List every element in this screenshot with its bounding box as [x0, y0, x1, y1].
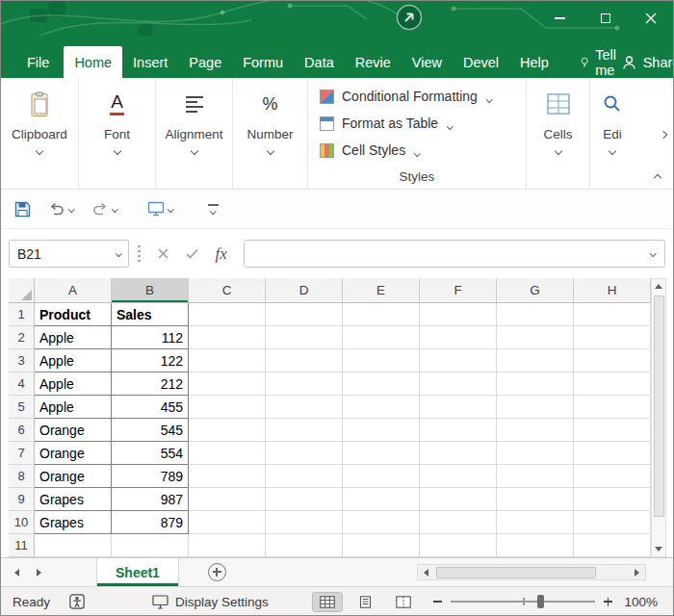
collapse-ribbon-button[interactable] [654, 174, 661, 182]
cell-E10[interactable] [343, 511, 420, 534]
row-header-1[interactable]: 1 [9, 303, 35, 326]
undo-button[interactable] [48, 201, 74, 217]
cell-C2[interactable] [189, 326, 266, 349]
cell-F9[interactable] [420, 488, 497, 511]
cell-E3[interactable] [343, 349, 420, 372]
cell-E5[interactable] [343, 396, 420, 419]
cell-C8[interactable] [189, 465, 266, 488]
cell-H1[interactable] [574, 303, 651, 326]
cell-H10[interactable] [574, 511, 651, 534]
tab-revie[interactable]: Revie [345, 46, 402, 78]
row-header-4[interactable]: 4 [9, 372, 35, 396]
cell-F3[interactable] [420, 349, 497, 372]
tab-page[interactable]: Page [178, 46, 232, 78]
cell-H5[interactable] [574, 396, 651, 419]
cell-D11[interactable] [266, 534, 343, 557]
cell-H6[interactable] [574, 419, 651, 442]
cell-G9[interactable] [497, 488, 574, 511]
normal-view-button[interactable] [313, 593, 342, 611]
cell-C3[interactable] [189, 349, 266, 372]
cell-A10[interactable]: Grapes [35, 511, 112, 534]
tab-home[interactable]: Home [64, 46, 122, 78]
cell-G1[interactable] [497, 303, 574, 326]
zoom-slider-thumb[interactable] [537, 595, 544, 608]
cell-A8[interactable]: Orange [35, 465, 112, 488]
row-header-9[interactable]: 9 [9, 488, 35, 511]
tab-file[interactable]: File [13, 46, 64, 78]
cell-G2[interactable] [497, 326, 574, 349]
scroll-up-button[interactable] [652, 279, 665, 294]
row-header-11[interactable]: 11 [9, 534, 35, 557]
cell-B8[interactable]: 789 [112, 465, 189, 488]
cell-E2[interactable] [343, 326, 420, 349]
maximize-button[interactable] [583, 1, 628, 36]
horizontal-scrollbar-track[interactable] [434, 565, 629, 579]
row-header-10[interactable]: 10 [9, 511, 35, 534]
touch-mouse-mode-button[interactable] [147, 201, 173, 217]
insert-function-button[interactable]: fx [207, 244, 236, 264]
enter-button[interactable] [177, 248, 207, 259]
column-header-g[interactable]: G [497, 278, 574, 303]
cell-H11[interactable] [574, 534, 651, 557]
formula-bar-drag-handle[interactable] [129, 245, 149, 263]
cell-E9[interactable] [343, 488, 420, 511]
cell-B3[interactable]: 122 [112, 349, 189, 372]
row-header-3[interactable]: 3 [9, 349, 35, 372]
page-break-view-button[interactable] [389, 593, 418, 611]
cell-B11[interactable] [112, 534, 189, 557]
accessibility-button[interactable] [69, 594, 85, 609]
cell-C4[interactable] [189, 372, 266, 396]
cell-F8[interactable] [420, 465, 497, 488]
cell-B1[interactable]: Sales [112, 303, 189, 326]
cell-F2[interactable] [420, 326, 497, 349]
tab-formu[interactable]: Formu [232, 46, 294, 78]
zoom-out-button[interactable] [433, 601, 442, 603]
zoom-in-button[interactable] [604, 598, 612, 606]
column-header-c[interactable]: C [189, 278, 266, 303]
column-header-f[interactable]: F [420, 278, 497, 303]
cell-F5[interactable] [420, 396, 497, 419]
cell-H2[interactable] [574, 326, 651, 349]
cell-G10[interactable] [497, 511, 574, 534]
cell-D5[interactable] [266, 396, 343, 419]
cell-G6[interactable] [497, 419, 574, 442]
tab-view[interactable]: View [402, 46, 453, 78]
cell-D10[interactable] [266, 511, 343, 534]
row-header-2[interactable]: 2 [9, 326, 35, 349]
cell-F1[interactable] [420, 303, 497, 326]
horizontal-scrollbar-thumb[interactable] [436, 567, 596, 578]
cell-G8[interactable] [497, 465, 574, 488]
cancel-button[interactable] [149, 248, 177, 259]
column-header-d[interactable]: D [266, 278, 343, 303]
cell-A11[interactable] [35, 534, 112, 557]
cell-C10[interactable] [189, 511, 266, 534]
cell-E11[interactable] [343, 534, 420, 557]
ribbon-scroll-right-icon[interactable] [660, 131, 667, 139]
row-header-6[interactable]: 6 [9, 419, 35, 442]
cell-C11[interactable] [189, 534, 266, 557]
cell-D8[interactable] [266, 465, 343, 488]
cell-C5[interactable] [189, 396, 266, 419]
cell-B5[interactable]: 455 [112, 396, 189, 419]
row-header-7[interactable]: 7 [9, 442, 35, 465]
cell-G7[interactable] [497, 442, 574, 465]
customize-qat-button[interactable] [208, 204, 219, 213]
styles-item-2[interactable]: Cell Styles [308, 137, 526, 164]
cell-C7[interactable] [189, 442, 266, 465]
column-header-b[interactable]: B [112, 278, 189, 303]
cell-H7[interactable] [574, 442, 651, 465]
column-header-e[interactable]: E [343, 278, 420, 303]
cell-F10[interactable] [420, 511, 497, 534]
cell-E7[interactable] [343, 442, 420, 465]
select-all-corner[interactable] [9, 278, 35, 303]
cell-A5[interactable]: Apple [35, 396, 112, 419]
column-header-a[interactable]: A [35, 278, 112, 303]
styles-item-0[interactable]: Conditional Formatting [308, 83, 526, 110]
cell-B4[interactable]: 212 [112, 372, 189, 396]
cell-A4[interactable]: Apple [35, 372, 112, 396]
sheet-nav-right-button[interactable] [28, 569, 50, 577]
cell-F6[interactable] [420, 419, 497, 442]
cell-C9[interactable] [189, 488, 266, 511]
cell-H3[interactable] [574, 349, 651, 372]
horizontal-scrollbar[interactable] [417, 564, 646, 580]
